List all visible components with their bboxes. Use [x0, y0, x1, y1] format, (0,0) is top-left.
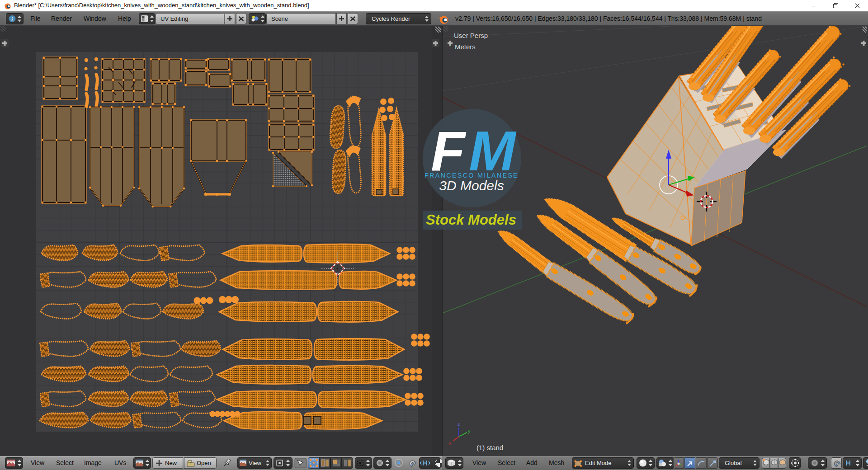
svg-text:Meters: Meters [455, 43, 476, 51]
svg-text:i: i [11, 16, 13, 23]
svg-text:x: x [449, 440, 452, 446]
svg-text:User Persp: User Persp [454, 32, 488, 39]
svg-text:(1) stand: (1) stand [476, 444, 503, 451]
svg-text:y: y [468, 428, 471, 434]
svg-text:z: z [458, 421, 460, 427]
